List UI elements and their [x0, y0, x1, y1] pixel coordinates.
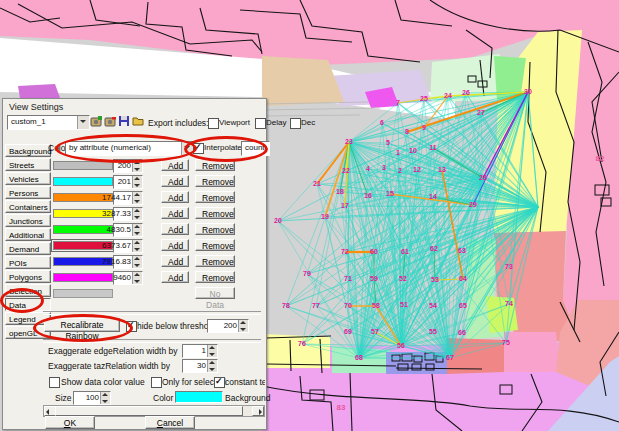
spinner-arrows-icon[interactable] — [207, 345, 217, 357]
tab-containers[interactable]: Containers — [5, 200, 51, 213]
color-swatch[interactable] — [53, 273, 113, 282]
exaggerate-edge-value: 1 — [202, 345, 206, 356]
svg-text:69: 69 — [344, 328, 352, 335]
tab-background[interactable]: Background — [5, 144, 51, 157]
tab-additional[interactable]: Additional — [5, 228, 51, 241]
add-button[interactable]: Add — [161, 175, 189, 187]
tab-streets[interactable]: Streets — [5, 158, 51, 171]
svg-text:68: 68 — [355, 354, 363, 361]
spinner-arrows-icon[interactable] — [207, 360, 217, 372]
show-data-color-label: Show data color value — [61, 377, 145, 387]
scheme-combobox[interactable]: custom_1 — [7, 115, 90, 130]
svg-text:61: 61 — [401, 248, 409, 255]
show-data-color-checkbox[interactable] — [49, 377, 60, 388]
svg-text:70: 70 — [344, 302, 352, 309]
tab-polygons[interactable]: Polygons — [5, 270, 51, 283]
hide-threshold-spinner[interactable]: 200 — [207, 319, 249, 333]
add-button[interactable]: Add — [161, 255, 189, 267]
scheme-delete-icon[interactable] — [104, 115, 116, 127]
remove-button[interactable]: Remove — [195, 271, 235, 283]
scrollbar-thumb[interactable] — [55, 406, 243, 416]
text-color-swatch[interactable] — [175, 391, 223, 403]
threshold-value-spinner[interactable]: 1744.17 — [113, 191, 143, 205]
export-checkbox-label: Dec — [301, 118, 315, 127]
export-dec-checkbox[interactable] — [290, 118, 301, 129]
only-for-selected-checkbox[interactable] — [151, 377, 162, 388]
tab-junctions[interactable]: Junctions — [5, 214, 51, 227]
region-purple-left — [18, 84, 60, 98]
svg-text:57: 57 — [371, 328, 379, 335]
export-viewport-checkbox[interactable] — [208, 118, 219, 129]
add-button[interactable]: Add — [161, 207, 189, 219]
dialog-title: View Settings — [9, 102, 63, 112]
svg-text:72: 72 — [341, 248, 349, 255]
save-icon[interactable] — [118, 115, 130, 127]
svg-text:21: 21 — [313, 180, 321, 187]
ok-button[interactable]: OK — [45, 416, 95, 429]
threshold-value-spinner[interactable]: 6373.67 — [113, 239, 143, 253]
color-swatch[interactable] — [53, 177, 113, 186]
svg-text:78: 78 — [282, 302, 290, 309]
svg-text:29: 29 — [469, 201, 477, 208]
svg-text:7: 7 — [396, 99, 400, 106]
remove-button[interactable]: Remove — [195, 223, 235, 235]
svg-text:26: 26 — [462, 89, 470, 96]
threshold-value-spinner[interactable]: 7916.83 — [113, 255, 143, 269]
svg-text:28: 28 — [479, 174, 487, 181]
scheme-copy-icon[interactable] — [90, 115, 102, 127]
tab-demand[interactable]: Demand — [5, 242, 51, 255]
spinner-arrows-icon[interactable] — [238, 320, 248, 332]
svg-text:8: 8 — [405, 128, 409, 135]
svg-text:53: 53 — [431, 276, 439, 283]
tab-vehicles[interactable]: Vehicles — [5, 172, 51, 185]
svg-text:73: 73 — [505, 263, 513, 270]
scroll-right-arrow-icon[interactable] — [252, 406, 264, 416]
exaggerate-taz-spinner[interactable]: 30 — [182, 359, 218, 373]
svg-text:55: 55 — [429, 328, 437, 335]
chevron-down-icon[interactable] — [77, 116, 89, 129]
svg-text:65: 65 — [459, 302, 467, 309]
add-button[interactable]: Add — [161, 159, 189, 171]
export-delay-checkbox[interactable] — [255, 118, 266, 129]
svg-text:51: 51 — [400, 301, 408, 308]
region-pink-b — [504, 332, 560, 372]
svg-text:13: 13 — [438, 166, 446, 173]
threshold-value-spinner[interactable]: 4830.5 — [113, 223, 143, 237]
svg-text:77: 77 — [312, 302, 320, 309]
add-button[interactable]: Add — [161, 191, 189, 203]
tab-persons[interactable]: Persons — [5, 186, 51, 199]
svg-text:3: 3 — [382, 164, 386, 171]
size-label: Size — [55, 393, 72, 403]
svg-text:5: 5 — [386, 139, 390, 146]
annotation-ellipse — [0, 288, 44, 313]
remove-button[interactable]: Remove — [195, 255, 235, 267]
hide-threshold-label: hide below threshold — [137, 321, 215, 331]
threshold-value-spinner[interactable]: 9460 — [113, 271, 143, 285]
constant-text-size-checkbox[interactable] — [214, 377, 225, 388]
remove-button[interactable]: Remove — [195, 175, 235, 187]
color-swatch[interactable] — [53, 225, 113, 234]
add-button[interactable]: Add — [161, 223, 189, 235]
open-folder-icon[interactable] — [132, 115, 144, 127]
exaggerate-edge-spinner[interactable]: 1 — [182, 344, 218, 358]
threshold-value-spinner[interactable]: 3287.33 — [113, 207, 143, 221]
svg-text:66: 66 — [458, 329, 466, 336]
size-spinner[interactable]: 100 — [73, 391, 111, 405]
screenshot-root: 1234567891011121314151617181920212223242… — [0, 0, 619, 431]
svg-text:25: 25 — [420, 95, 428, 102]
spinner-arrows-icon[interactable] — [100, 392, 110, 404]
add-button[interactable]: Add — [161, 239, 189, 251]
add-button[interactable]: Add — [161, 271, 189, 283]
remove-button[interactable]: Remove — [195, 239, 235, 251]
tab-pois[interactable]: POIs — [5, 256, 51, 269]
remove-button[interactable]: Remove — [195, 207, 235, 219]
svg-text:67: 67 — [446, 354, 454, 361]
svg-text:1: 1 — [396, 149, 400, 156]
color-swatch — [53, 289, 113, 298]
svg-text:56: 56 — [397, 342, 405, 349]
svg-text:71: 71 — [344, 275, 352, 282]
threshold-value-spinner[interactable]: 201 — [113, 175, 143, 189]
cancel-button[interactable]: Cancel — [145, 416, 195, 429]
remove-button[interactable]: Remove — [195, 191, 235, 203]
svg-text:19: 19 — [321, 213, 329, 220]
